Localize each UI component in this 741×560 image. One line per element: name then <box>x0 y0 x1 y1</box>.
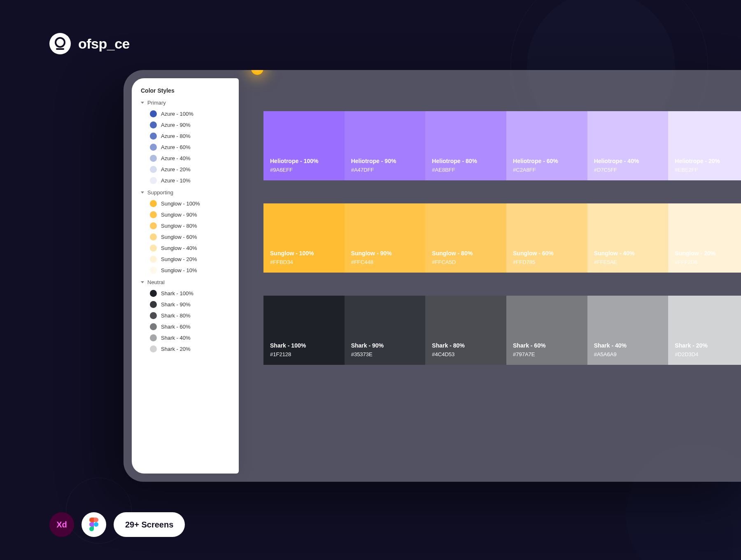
color-style-item[interactable]: Sunglow - 100% <box>141 198 233 209</box>
xd-icon: Xd <box>56 520 67 530</box>
swatch-hex: #9A6EFF <box>270 167 338 173</box>
group-header-neutral[interactable]: Neutral <box>141 279 233 285</box>
color-style-item[interactable]: Azure - 80% <box>141 131 233 142</box>
swatch-hex: #FFE5AE <box>594 259 662 265</box>
color-swatch-icon <box>150 110 157 117</box>
color-style-item[interactable]: Sunglow - 80% <box>141 220 233 231</box>
screens-label: 29+ Screens <box>125 520 173 530</box>
color-style-item[interactable]: Shark - 100% <box>141 288 233 299</box>
color-swatch-icon <box>150 290 157 297</box>
swatch[interactable]: Heliotrope - 100%#9A6EFF <box>263 111 345 180</box>
color-style-item[interactable]: Azure - 90% <box>141 119 233 131</box>
color-style-label: Azure - 80% <box>161 133 191 139</box>
chevron-down-icon <box>141 281 144 283</box>
swatch-row-sunglow: Sunglow - 100%#FFBD34Sunglow - 90%#FFC44… <box>263 203 741 273</box>
swatch-hex: #FFBD34 <box>270 259 338 265</box>
swatch-label: Shark - 90% <box>351 342 419 349</box>
swatch-hex: #1F2128 <box>270 351 338 357</box>
swatch[interactable]: Shark - 60%#797A7E <box>506 296 587 365</box>
color-style-label: Sunglow - 40% <box>161 245 197 251</box>
color-style-item[interactable]: Sunglow - 10% <box>141 265 233 276</box>
swatch-label: Heliotrope - 100% <box>270 158 338 164</box>
color-style-item[interactable]: Azure - 40% <box>141 153 233 164</box>
chevron-down-icon <box>141 191 144 194</box>
swatch-row-heliotrope: Heliotrope - 100%#9A6EFFHeliotrope - 90%… <box>263 111 741 180</box>
figma-badge <box>82 512 106 537</box>
swatch[interactable]: Heliotrope - 40%#D7C5FF <box>587 111 669 180</box>
swatch-label: Shark - 20% <box>675 342 741 349</box>
color-style-item[interactable]: Shark - 80% <box>141 310 233 321</box>
swatch-hex: #FFCA5D <box>432 259 500 265</box>
adobe-xd-badge: Xd <box>49 512 74 537</box>
swatch[interactable]: Shark - 90%#35373E <box>345 296 426 365</box>
brand-logo-icon <box>49 33 71 54</box>
swatch[interactable]: Heliotrope - 90%#A47DFF <box>345 111 426 180</box>
color-style-item[interactable]: Shark - 20% <box>141 343 233 355</box>
color-style-item[interactable]: Shark - 60% <box>141 321 233 332</box>
color-swatch-icon <box>150 177 157 184</box>
swatch[interactable]: Shark - 80%#4C4D53 <box>425 296 506 365</box>
swatch[interactable]: Shark - 40%#A5A6A9 <box>587 296 669 365</box>
color-style-item[interactable]: Azure - 20% <box>141 164 233 175</box>
color-style-label: Shark - 40% <box>161 335 191 341</box>
swatch[interactable]: Shark - 100%#1F2128 <box>263 296 345 365</box>
color-style-label: Shark - 80% <box>161 313 191 319</box>
color-style-item[interactable]: Sunglow - 90% <box>141 209 233 220</box>
color-swatch-icon <box>150 133 157 140</box>
color-style-item[interactable]: Azure - 10% <box>141 175 233 186</box>
swatch-label: Heliotrope - 80% <box>432 158 500 164</box>
swatch-hex: #35373E <box>351 351 419 357</box>
color-style-item[interactable]: Shark - 90% <box>141 299 233 310</box>
group-header-supporting[interactable]: Supporting <box>141 189 233 196</box>
color-style-item[interactable]: Sunglow - 20% <box>141 254 233 265</box>
swatch-label: Heliotrope - 60% <box>513 158 581 164</box>
color-style-label: Azure - 90% <box>161 122 191 128</box>
swatch-hex: #4C4D53 <box>432 351 500 357</box>
brand: ofsp_ce <box>49 33 130 54</box>
figma-icon <box>89 518 98 532</box>
swatch[interactable]: Sunglow - 80%#FFCA5D <box>425 203 506 273</box>
swatch-label: Heliotrope - 20% <box>675 158 741 164</box>
color-style-label: Azure - 40% <box>161 155 191 161</box>
swatch-hex: #AE8BFF <box>432 167 500 173</box>
color-swatch-icon <box>150 211 157 218</box>
swatch[interactable]: Sunglow - 100%#FFBD34 <box>263 203 345 273</box>
group-label: Neutral <box>147 279 165 285</box>
color-swatch-icon <box>150 121 157 128</box>
badges: Xd 29+ Screens <box>49 512 185 537</box>
color-style-label: Azure - 20% <box>161 166 191 173</box>
color-swatch-icon <box>150 222 157 229</box>
swatch-hex: #A47DFF <box>351 167 419 173</box>
swatch-hex: #797A7E <box>513 351 581 357</box>
swatch[interactable]: Heliotrope - 80%#AE8BFF <box>425 111 506 180</box>
canvas[interactable]: Heliotrope - 100%#9A6EFFHeliotrope - 90%… <box>239 70 741 482</box>
swatch[interactable]: Shark - 20%#D2D3D4 <box>668 296 741 365</box>
swatch-hex: #D2D3D4 <box>675 351 741 357</box>
swatch[interactable]: Sunglow - 60%#FFD785 <box>506 203 587 273</box>
color-style-item[interactable]: Azure - 60% <box>141 142 233 153</box>
swatch-label: Sunglow - 40% <box>594 250 662 257</box>
design-editor-window: Color Styles PrimaryAzure - 100%Azure - … <box>124 70 741 482</box>
swatch-label: Heliotrope - 40% <box>594 158 662 164</box>
color-style-item[interactable]: Shark - 40% <box>141 332 233 343</box>
color-style-item[interactable]: Sunglow - 60% <box>141 231 233 243</box>
color-swatch-icon <box>150 245 157 252</box>
sidebar-title: Color Styles <box>141 87 233 94</box>
color-style-label: Shark - 60% <box>161 324 191 330</box>
swatch[interactable]: Sunglow - 40%#FFE5AE <box>587 203 669 273</box>
swatch[interactable]: Heliotrope - 20%#EBE2FF <box>668 111 741 180</box>
color-style-label: Azure - 60% <box>161 144 191 150</box>
color-swatch-icon <box>150 267 157 274</box>
swatch-label: Shark - 80% <box>432 342 500 349</box>
swatch-label: Shark - 60% <box>513 342 581 349</box>
swatch[interactable]: Heliotrope - 60%#C2A8FF <box>506 111 587 180</box>
screens-badge: 29+ Screens <box>114 512 185 537</box>
swatch-hex: #FFC448 <box>351 259 419 265</box>
color-style-item[interactable]: Sunglow - 40% <box>141 243 233 254</box>
swatch[interactable]: Sunglow - 20%#FFF2D6 <box>668 203 741 273</box>
styles-sidebar: Color Styles PrimaryAzure - 100%Azure - … <box>132 78 239 474</box>
color-style-item[interactable]: Azure - 100% <box>141 108 233 119</box>
group-header-primary[interactable]: Primary <box>141 100 233 106</box>
color-style-label: Sunglow - 20% <box>161 256 197 262</box>
swatch[interactable]: Sunglow - 90%#FFC448 <box>345 203 426 273</box>
